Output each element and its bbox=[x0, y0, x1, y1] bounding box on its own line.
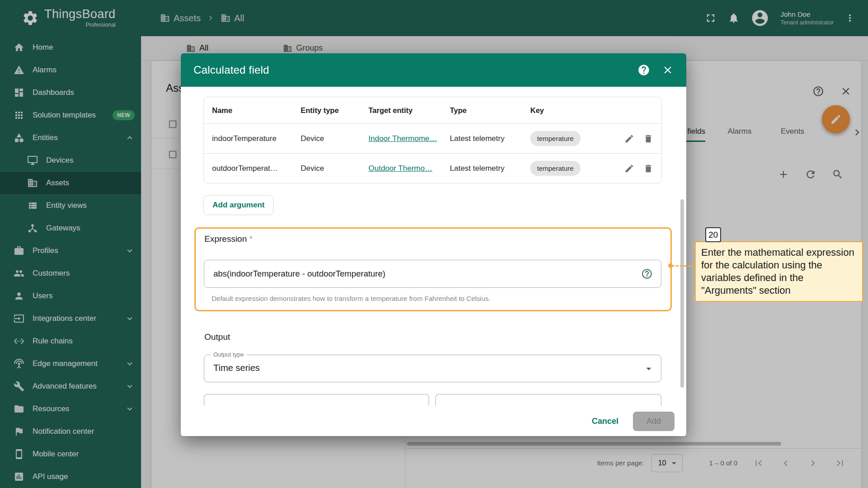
argument-entity-type: Device bbox=[301, 164, 368, 173]
column-header-key: Key bbox=[530, 106, 612, 115]
column-header-type: Type bbox=[450, 106, 530, 115]
cancel-button[interactable]: Cancel bbox=[585, 412, 625, 431]
expression-hint: Default expression demonstrates how to t… bbox=[212, 295, 491, 302]
annotation-callout: Enter the mathematical expression for th… bbox=[695, 241, 863, 302]
dialog-title: Calculated field bbox=[193, 64, 269, 76]
target-entity-link[interactable]: Indoor Thermome… bbox=[368, 134, 437, 143]
argument-type: Latest telemetry bbox=[450, 164, 530, 173]
dialog-body: NameEntity typeTarget entityTypeKey indo… bbox=[181, 87, 686, 436]
delete-icon[interactable] bbox=[643, 134, 653, 144]
argument-name: indoorTemperature bbox=[212, 134, 301, 143]
dialog-close-icon[interactable] bbox=[662, 64, 674, 76]
output-type-label: Output type bbox=[211, 351, 246, 358]
key-chip: temperature bbox=[530, 131, 580, 146]
arguments-table-header: NameEntity typeTarget entityTypeKey bbox=[204, 97, 661, 123]
arguments-table: NameEntity typeTarget entityTypeKey indo… bbox=[203, 97, 662, 183]
column-header-target-entity: Target entity bbox=[368, 106, 450, 115]
output-type-select[interactable]: Output type Time series bbox=[204, 355, 661, 382]
key-chip: temperature bbox=[530, 161, 580, 176]
callout-connector bbox=[672, 265, 695, 267]
edit-icon[interactable] bbox=[624, 134, 634, 144]
column-header-entity-type: Entity type bbox=[301, 106, 368, 115]
argument-entity-type: Device bbox=[301, 134, 368, 143]
calculated-field-dialog: Calculated field NameEntity typeTarget e… bbox=[181, 53, 686, 436]
argument-type: Latest telemetry bbox=[450, 134, 530, 143]
edit-icon[interactable] bbox=[624, 164, 634, 174]
argument-name: outdoorTemperat… bbox=[212, 164, 301, 173]
delete-icon[interactable] bbox=[643, 164, 653, 174]
add-button[interactable]: Add bbox=[633, 412, 675, 431]
partial-field-left[interactable] bbox=[204, 394, 429, 406]
argument-row: indoorTemperatureDeviceIndoor Thermome…L… bbox=[204, 123, 661, 153]
modal-scrollbar[interactable] bbox=[680, 199, 684, 388]
dropdown-caret-icon bbox=[643, 363, 655, 375]
column-header-name: Name bbox=[212, 106, 301, 115]
argument-row: outdoorTemperat…DeviceOutdoor Thermo…Lat… bbox=[204, 153, 661, 183]
expression-input[interactable]: abs(indoorTemperature - outdoorTemperatu… bbox=[204, 260, 661, 288]
required-asterisk: * bbox=[249, 234, 252, 244]
step-number-badge: 20 bbox=[705, 227, 721, 242]
expression-help-icon[interactable] bbox=[641, 268, 653, 280]
target-entity-link[interactable]: Outdoor Thermo… bbox=[368, 164, 432, 173]
expression-value: abs(indoorTemperature - outdoorTemperatu… bbox=[213, 269, 385, 279]
output-type-value: Time series bbox=[213, 363, 260, 373]
partial-field-right[interactable] bbox=[435, 394, 661, 406]
add-argument-button[interactable]: Add argument bbox=[203, 195, 274, 215]
output-section-heading: Output bbox=[204, 332, 230, 342]
expression-label: Expression bbox=[204, 234, 247, 244]
dialog-header: Calculated field bbox=[181, 53, 686, 87]
dialog-footer: Cancel Add bbox=[181, 406, 686, 436]
dialog-help-icon[interactable] bbox=[637, 64, 650, 76]
